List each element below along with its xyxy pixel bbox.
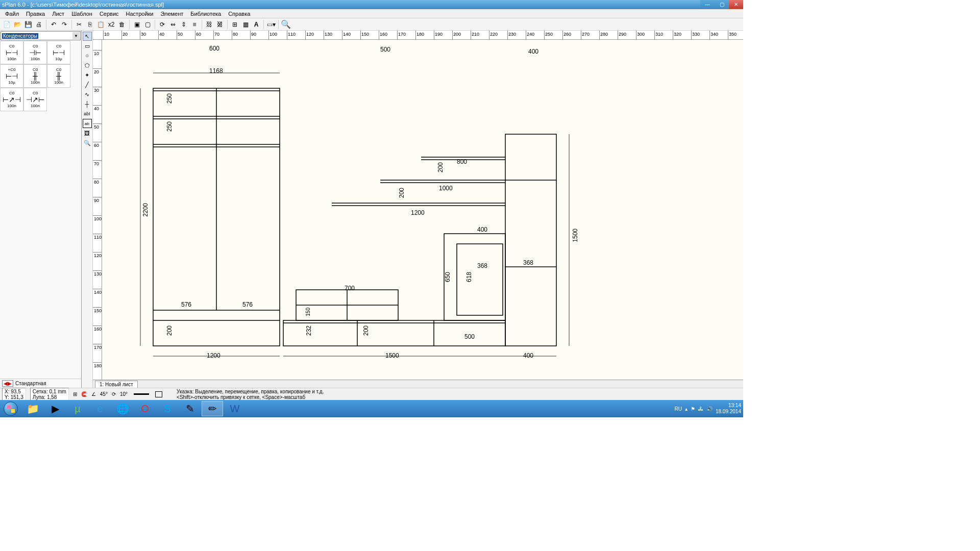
duplicate-icon[interactable]: x2 — [107, 20, 116, 29]
unlink-icon[interactable]: ⛓̸ — [215, 20, 225, 29]
redo-icon[interactable]: ↷ — [60, 20, 69, 29]
snap-icon[interactable]: ⊞ — [230, 20, 239, 29]
link-icon[interactable]: ⛓ — [205, 20, 214, 29]
undo-icon[interactable]: ↶ — [49, 20, 58, 29]
menu-library[interactable]: Библиотека — [187, 10, 224, 18]
menu-edit[interactable]: Правка — [23, 10, 48, 18]
menu-sheet[interactable]: Лист — [49, 10, 67, 18]
taskbar-app-icon[interactable]: ✎ — [179, 401, 201, 416]
dim-label: 800 — [457, 158, 467, 165]
taskbar-ie-icon[interactable]: e — [89, 401, 111, 416]
main-area: Конденсаторы ▼ C0⊢⊣100n C0⊣⊢100n C0⊢⊣10µ… — [0, 31, 743, 388]
sheet-tab-1[interactable]: 1: Новый лист — [95, 381, 138, 388]
save-icon[interactable]: 💾 — [23, 20, 33, 29]
symbol-capacitor[interactable]: C0⊣⊢100n — [23, 41, 47, 64]
status-coords: X: 93,5Y: 151,3 — [2, 388, 26, 401]
cut-icon[interactable]: ✂ — [75, 20, 84, 29]
rectangle-tool-icon[interactable]: ▭ — [83, 41, 92, 51]
paste-icon[interactable]: 📋 — [96, 20, 105, 29]
taskbar-opera-icon[interactable]: O — [134, 401, 156, 416]
mirror-v-icon[interactable]: ⇕ — [179, 20, 188, 29]
mirror-h-icon[interactable]: ⇔ — [168, 20, 178, 29]
align-icon[interactable]: ≡ — [190, 20, 199, 29]
front-icon[interactable]: ▣ — [132, 20, 141, 29]
menu-help[interactable]: Справка — [225, 10, 253, 18]
dim-label: 200 — [166, 325, 173, 336]
status-grid: Сетка: 0,1 mmЛупа: 1,58 — [30, 388, 69, 401]
maximize-button[interactable]: ▢ — [715, 0, 729, 9]
symbol-capacitor[interactable]: C0╫100n — [23, 64, 47, 88]
taskbar-word-icon[interactable]: W — [224, 401, 246, 416]
textbox-tool-icon[interactable]: ab — [83, 119, 92, 128]
zoom-icon[interactable]: 🔍 — [281, 20, 290, 29]
taskbar-wmp-icon[interactable]: ▶ — [44, 401, 66, 416]
angle-icon[interactable]: ∠ — [91, 391, 96, 397]
circle-tool-icon[interactable]: ○ — [83, 51, 92, 60]
angle-icon[interactable]: ⟳ — [112, 391, 116, 397]
separator — [129, 20, 130, 29]
separator — [202, 20, 202, 29]
dropdown-arrow-icon[interactable]: ▼ — [72, 32, 80, 39]
tray-chevron-icon[interactable]: ▴ — [685, 406, 688, 412]
taskbar-utorrent-icon[interactable]: µ — [67, 401, 88, 416]
separator — [227, 20, 228, 29]
symbol-capacitor-var[interactable]: C0⊢↗⊣100n — [0, 88, 23, 111]
dim-label: 618 — [465, 272, 473, 282]
angle-10[interactable]: 10° — [120, 391, 128, 397]
taskbar-chrome-icon[interactable]: 🌐 — [112, 401, 133, 416]
dim-label: 200 — [398, 188, 405, 198]
zoom-tool-icon[interactable]: 🔍 — [83, 138, 92, 147]
symbol-capacitor[interactable]: C0╫100n — [47, 64, 70, 88]
layer-icon[interactable]: ▭▾ — [266, 20, 276, 29]
menu-file[interactable]: Файл — [2, 10, 22, 18]
menu-element[interactable]: Элемент — [157, 10, 186, 18]
angle-45[interactable]: 45° — [100, 391, 108, 397]
menu-service[interactable]: Сервис — [96, 10, 122, 18]
taskbar-splan-icon[interactable]: ✏ — [202, 401, 223, 416]
symbol-capacitor-var[interactable]: C0⊣↗⊢100n — [23, 88, 47, 111]
category-selector[interactable]: Конденсаторы ▼ — [1, 31, 81, 40]
grid-icon[interactable]: ▦ — [241, 20, 250, 29]
tray-network-icon[interactable]: 🖧 — [698, 406, 703, 412]
find-icon[interactable]: A — [252, 20, 261, 29]
new-icon[interactable]: 📄 — [2, 20, 11, 29]
canvas-area: 1020304050607080901001101201301401501601… — [93, 31, 743, 388]
menu-template[interactable]: Шаблон — [68, 10, 95, 18]
bezier-tool-icon[interactable]: ∿ — [83, 90, 92, 99]
open-icon[interactable]: 📂 — [13, 20, 22, 29]
polygon-tool-icon[interactable]: ⬠ — [83, 61, 92, 70]
taskbar-skype-icon[interactable]: S — [157, 401, 178, 416]
delete-icon[interactable]: 🗑 — [117, 20, 127, 29]
line-tool-icon[interactable]: ╱ — [83, 80, 92, 89]
image-tool-icon[interactable]: 🖼 — [83, 129, 92, 138]
tray-clock[interactable]: 13:1418.09.2014 — [716, 403, 741, 415]
tray-lang[interactable]: RU — [674, 406, 681, 412]
start-button[interactable] — [0, 400, 21, 417]
text-tool-icon[interactable]: abI — [83, 109, 92, 118]
symbol-capacitor-polar[interactable]: +C0⊢⊣10µ — [0, 64, 23, 88]
print-icon[interactable]: 🖨 — [34, 20, 43, 29]
back-icon[interactable]: ▢ — [143, 20, 152, 29]
tray-flag-icon[interactable]: ⚑ — [691, 406, 695, 412]
symbol-capacitor[interactable]: C0⊢⊣100n — [0, 41, 23, 64]
minimize-button[interactable]: — — [700, 0, 715, 9]
tray-volume-icon[interactable]: 🔊 — [706, 406, 713, 412]
pointer-tool-icon[interactable]: ↖ — [83, 32, 92, 41]
close-button[interactable]: ✕ — [729, 0, 743, 9]
fill-preview[interactable] — [155, 391, 162, 397]
windows-orb-icon — [4, 402, 18, 416]
drawing-canvas[interactable]: 600 500 400 1168 250 250 2200 576 576 20… — [102, 40, 743, 380]
line-width-preview[interactable] — [134, 393, 149, 395]
node-tool-icon[interactable]: ┼ — [83, 99, 92, 109]
window-buttons: — ▢ ✕ — [700, 0, 743, 9]
grid-toggle-icon[interactable]: ⊞ — [73, 391, 77, 397]
magnet-icon[interactable]: 🧲 — [81, 391, 87, 397]
taskbar-explorer-icon[interactable]: 📁 — [22, 401, 43, 416]
copy-icon[interactable]: ⎘ — [85, 20, 94, 29]
symbol-capacitor[interactable]: C0⊢⊣10µ — [47, 41, 70, 64]
special-tool-icon[interactable]: ✦ — [83, 70, 92, 80]
rotate-icon[interactable]: ⟳ — [158, 20, 167, 29]
dim-label: 500 — [380, 46, 390, 53]
menu-settings[interactable]: Настройки — [123, 10, 157, 18]
dim-label: 232 — [305, 325, 312, 336]
